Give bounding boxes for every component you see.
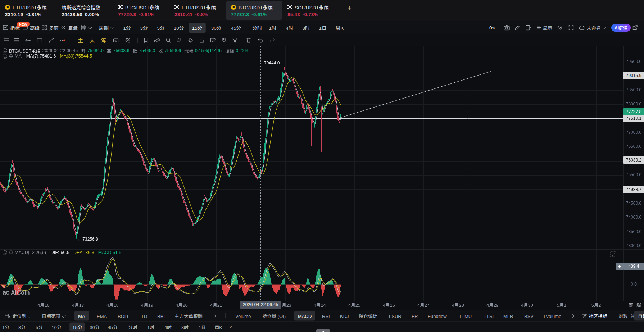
ruler-tool-button[interactable] bbox=[152, 35, 162, 46]
trash-button[interactable] bbox=[244, 35, 253, 46]
kline-main-toggle[interactable]: 主 bbox=[76, 35, 85, 46]
horizontal-line-tool-button[interactable] bbox=[23, 35, 33, 46]
collapse-ma-icon[interactable] bbox=[3, 54, 7, 59]
collapse-macd-icon[interactable] bbox=[3, 250, 7, 255]
period-bottom-1时[interactable]: 1时 bbox=[144, 322, 157, 331]
period-top-30分[interactable]: 30分 bbox=[208, 23, 225, 33]
collapse-pane-icon[interactable] bbox=[3, 48, 7, 53]
period-bottom-5分[interactable]: 5分 bbox=[33, 322, 46, 331]
liquidation-toggle[interactable]: 爆 bbox=[636, 301, 641, 309]
sub-indicator-Volume[interactable]: Volume bbox=[233, 311, 253, 320]
share-button[interactable] bbox=[632, 25, 638, 30]
trendline-tool-button[interactable] bbox=[46, 35, 56, 46]
measure-tool-button[interactable] bbox=[186, 35, 195, 46]
chart-type-select[interactable] bbox=[80, 21, 91, 34]
advanced-button[interactable]: 高级 bbox=[23, 21, 40, 34]
period-bottom-3分[interactable]: 3分 bbox=[15, 322, 28, 331]
period-top-15分[interactable]: 15分 bbox=[189, 23, 206, 33]
screenshot-button[interactable] bbox=[504, 25, 510, 30]
period-top-4时[interactable]: 4时 bbox=[282, 23, 296, 33]
redo-button[interactable] bbox=[268, 35, 277, 46]
period-top-45分[interactable]: 45分 bbox=[228, 23, 245, 33]
period-bottom-15分[interactable]: 15分 bbox=[69, 322, 85, 331]
period-top-1时[interactable]: 1时 bbox=[266, 23, 280, 33]
sub-indicator-持仓量 (OI)[interactable]: 持仓量 (OI) bbox=[260, 311, 288, 320]
add-alert-button[interactable]: + bbox=[616, 263, 623, 270]
period-bottom-1日[interactable]: 1日 bbox=[196, 322, 209, 331]
maximize-pane-icon[interactable] bbox=[610, 251, 616, 257]
brush-color-button[interactable] bbox=[58, 35, 67, 46]
period-menu[interactable]: 周期 bbox=[99, 21, 113, 34]
kline-large-toggle[interactable]: 大 bbox=[87, 35, 97, 46]
main-indicator-主力大单跟踪[interactable]: 主力大单跟踪 bbox=[172, 311, 205, 320]
instrument-tab-1[interactable]: ETH/USDT永续2310.19-0.81% bbox=[0, 1, 56, 20]
filter-tool-button[interactable] bbox=[230, 35, 240, 46]
add-tab-button[interactable]: + bbox=[345, 4, 354, 13]
main-indicator-BOLL[interactable]: BOLL bbox=[115, 311, 132, 320]
community-indicators-button[interactable]: 社区指标 bbox=[579, 311, 610, 320]
unlock-button[interactable] bbox=[197, 35, 207, 46]
eraser-tool-button[interactable] bbox=[174, 35, 184, 46]
expand-hint-popup[interactable] bbox=[316, 329, 330, 332]
more-main-indicators[interactable] bbox=[210, 311, 218, 320]
sub-indicator-TTSI[interactable]: TTSI bbox=[481, 311, 496, 320]
close-period-bar-button[interactable]: × bbox=[226, 323, 235, 331]
period-top-8时[interactable]: 8时 bbox=[299, 23, 313, 33]
period-top-1分[interactable]: 1分 bbox=[120, 23, 134, 33]
sub-indicator-MACD[interactable]: MACD bbox=[294, 311, 315, 320]
period-bottom-周K[interactable]: 周K bbox=[212, 322, 225, 331]
period-bottom-10分[interactable]: 10分 bbox=[49, 322, 64, 331]
display-settings-button[interactable]: 显示 bbox=[536, 24, 552, 31]
restore-view-button[interactable] bbox=[111, 35, 121, 46]
draw-note-button[interactable] bbox=[514, 25, 520, 30]
main-indicator-BBI[interactable]: BBI bbox=[155, 311, 167, 320]
period-top-3分[interactable]: 3分 bbox=[137, 23, 151, 33]
multiwindow-button[interactable]: 多窗 bbox=[42, 21, 59, 34]
magnet-tool-button[interactable] bbox=[219, 35, 229, 46]
fullscreen-button[interactable] bbox=[568, 25, 574, 30]
period-top-分时[interactable]: 分时 bbox=[249, 23, 266, 33]
instrument-tab-4[interactable]: ETH/USDT永续2310.41-0.8% bbox=[169, 1, 226, 20]
settings-button[interactable] bbox=[557, 25, 562, 30]
period-top-1日[interactable]: 1日 bbox=[316, 23, 330, 33]
instrument-tab-3[interactable]: BTC/USDT永续77729.8-0.61% bbox=[113, 1, 169, 20]
layout-select[interactable]: 未命名 bbox=[579, 24, 605, 31]
replay-button[interactable]: 复盘 bbox=[61, 21, 78, 34]
sub-indicator-爆仓统计[interactable]: 爆仓统计 bbox=[356, 311, 380, 320]
sub-indicator-MLR[interactable]: MLR bbox=[501, 311, 516, 320]
chips-toggle[interactable]: 筹 bbox=[629, 301, 633, 309]
note-edit-button[interactable] bbox=[208, 35, 218, 46]
more-sub-indicators[interactable] bbox=[568, 311, 576, 320]
period-bottom-4时[interactable]: 4时 bbox=[162, 322, 174, 331]
sub-indicator-BSV[interactable]: BSV bbox=[522, 311, 536, 320]
sub-indicator-FR[interactable]: FR bbox=[409, 311, 420, 320]
time-axis[interactable]: 筹 爆 4月164月174月184月194月204月214月234月244月25… bbox=[0, 301, 644, 309]
instrument-tab-2[interactable]: 纳斯达克综合指数24438.500.00% bbox=[56, 1, 113, 20]
period-top-周K[interactable]: 周K bbox=[332, 23, 347, 33]
bookmark-tool-button[interactable] bbox=[141, 35, 151, 46]
period-top-5分[interactable]: 5分 bbox=[154, 23, 168, 33]
sub-indicator-RSI[interactable]: RSI bbox=[319, 311, 332, 320]
period-bottom-1分[interactable]: 1分 bbox=[0, 322, 12, 331]
period-bottom-45分[interactable]: 45分 bbox=[105, 322, 120, 331]
period-bottom-8时[interactable]: 8时 bbox=[178, 322, 191, 331]
sub-indicator-KDJ[interactable]: KDJ bbox=[337, 311, 352, 320]
sub-indicator-TVolume[interactable]: TVolume bbox=[540, 311, 564, 320]
jump-to-button[interactable]: 定位到... bbox=[2, 311, 33, 320]
drawings-menu-button[interactable] bbox=[1, 35, 11, 46]
instrument-tab-6[interactable]: SOL/USDT永续85.43-0.73% bbox=[282, 1, 339, 20]
period-top-10分[interactable]: 10分 bbox=[171, 23, 187, 33]
date-range-button[interactable]: 日期范围 bbox=[39, 311, 67, 320]
rectangle-tool-button[interactable] bbox=[35, 35, 44, 46]
main-indicator-EMA[interactable]: EMA bbox=[94, 311, 109, 320]
sub-indicator-TTMU[interactable]: TTMU bbox=[456, 311, 474, 320]
kline-chips-toggle[interactable]: 筹 bbox=[99, 35, 108, 46]
instrument-tab-5[interactable]: BTC/USDT永续77737.8-0.61% bbox=[226, 1, 282, 20]
main-indicator-MA[interactable]: MA bbox=[74, 311, 89, 320]
zoom-in-tool-button[interactable] bbox=[164, 35, 173, 46]
chart-area[interactable]: BTC/USDT永续 2026-04-22 06:45 开75484.0 高75… bbox=[0, 46, 644, 309]
sub-indicator-Fundflow[interactable]: Fundflow bbox=[425, 311, 449, 320]
auto-scale-toggle[interactable]: 自动 bbox=[634, 311, 644, 320]
ai-analyze-button[interactable]: AI解读 bbox=[611, 24, 631, 32]
undo-button[interactable] bbox=[256, 35, 265, 46]
